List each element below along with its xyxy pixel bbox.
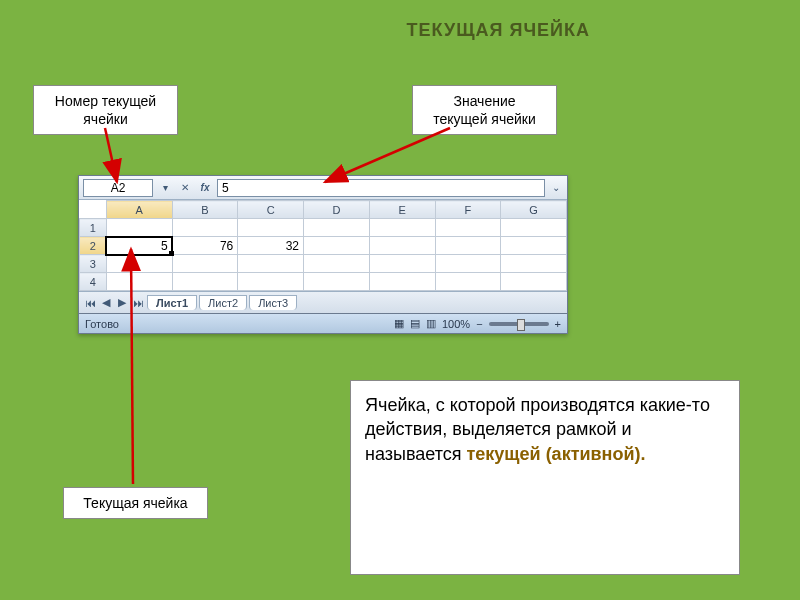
arrow-to-active-cell [0,0,800,600]
svg-line-2 [131,249,133,484]
